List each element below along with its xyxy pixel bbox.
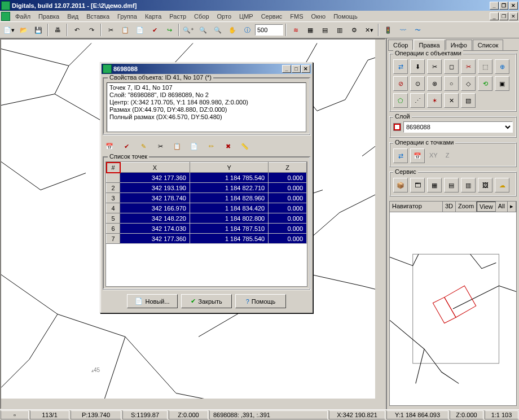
op-cross-icon[interactable]: ✕ <box>444 93 459 108</box>
redo-action-icon[interactable]: ↪ <box>162 23 176 37</box>
menu-ortho[interactable]: Орто <box>213 12 235 21</box>
op-poly-icon[interactable]: ⬠ <box>393 93 408 108</box>
svc-cloud-icon[interactable]: ☁ <box>495 178 509 193</box>
svc-package-icon[interactable]: 📦 <box>393 178 408 193</box>
op-rotate-icon[interactable]: ⟲ <box>478 76 492 91</box>
svc-window-icon[interactable]: 🗔 <box>410 178 425 193</box>
props-text[interactable]: Точек 7, ID 41, No 107 Слой: "8698088", … <box>107 82 306 132</box>
paste-icon[interactable]: 📄 <box>133 23 147 37</box>
col-z[interactable]: Z <box>269 163 307 173</box>
op-square-icon[interactable]: ◻ <box>444 59 459 74</box>
menu-edit[interactable]: Правка <box>34 12 63 21</box>
op-select-icon[interactable]: ⬚ <box>478 59 492 74</box>
table-row[interactable]: 4342 166.9701 184 834.4200.000 <box>107 203 307 213</box>
zoom-input[interactable] <box>255 24 283 36</box>
palette-icon[interactable]: ▥ <box>333 23 346 37</box>
op-nocircle-icon[interactable]: ⊘ <box>393 76 408 91</box>
mdi-close-button[interactable]: ✕ <box>509 12 518 20</box>
dlg-scissors-icon[interactable]: ✂ <box>153 139 167 153</box>
zoom-out-icon[interactable]: 🔍 <box>211 23 225 37</box>
dlg-paste-icon[interactable]: 📄 <box>187 139 201 153</box>
menu-map[interactable]: Карта <box>141 12 165 21</box>
col-y[interactable]: Y <box>190 163 268 173</box>
print-icon[interactable]: 🖶 <box>51 23 64 37</box>
table-row[interactable]: 2342 193.1901 184 822.7100.000 <box>107 183 307 193</box>
maximize-button[interactable]: ❐ <box>499 2 508 10</box>
points-grid[interactable]: # X Y Z 342 177.3601 184 785.5400.000234… <box>105 161 307 287</box>
tab-list[interactable]: Список <box>473 40 504 50</box>
object-dialog[interactable]: 8698088 _ □ ✕ Свойства объекта: ID 41, N… <box>100 62 313 313</box>
undo-icon[interactable]: ↶ <box>70 23 83 37</box>
dlg-pencil-icon[interactable]: ✎ <box>137 139 150 153</box>
canvas-vscrollbar[interactable] <box>375 40 385 399</box>
table-row[interactable]: 3342 178.7401 184 828.9600.000 <box>107 193 307 203</box>
style-icon[interactable]: ▤ <box>318 23 332 37</box>
check-icon[interactable]: ✔ <box>148 23 161 37</box>
menu-window[interactable]: Окно <box>307 12 330 21</box>
nav-tab-zoom[interactable]: Zoom <box>456 202 477 212</box>
tab-edit[interactable]: Правка <box>414 40 445 51</box>
traffic-icon[interactable]: 🚦 <box>381 23 395 37</box>
menu-service[interactable]: Сервис <box>257 12 287 21</box>
dialog-maximize-button[interactable]: □ <box>292 65 301 73</box>
dialog-minimize-button[interactable]: _ <box>282 65 291 73</box>
menu-dem[interactable]: ЦМР <box>235 12 257 21</box>
menu-view[interactable]: Вид <box>63 12 82 21</box>
dlg-tape-icon[interactable]: 📏 <box>238 139 252 153</box>
nav-tab-3d[interactable]: 3D <box>443 202 456 212</box>
dlg-check-icon[interactable]: ✔ <box>120 139 133 153</box>
op-intersect-icon[interactable]: ⊗ <box>427 76 442 91</box>
menu-file[interactable]: Файл <box>11 12 34 21</box>
op-scissors-icon[interactable]: ✂ <box>427 59 442 74</box>
curve-icon[interactable]: 〜 <box>411 23 424 37</box>
op-cut-icon[interactable]: ✂ <box>461 59 476 74</box>
menu-raster[interactable]: Растр <box>165 12 190 21</box>
canvas-hscrollbar[interactable] <box>1 399 375 408</box>
op-circle-icon[interactable]: ○ <box>444 76 459 91</box>
zoom-in-icon[interactable]: 🔍 <box>196 23 210 37</box>
mdi-restore-button[interactable]: ❐ <box>499 12 508 20</box>
pan-icon[interactable]: ✋ <box>226 23 239 37</box>
info-icon[interactable]: ⓘ <box>240 23 254 37</box>
close-button[interactable]: ✕ <box>509 2 518 10</box>
navigator-canvas[interactable] <box>390 212 516 405</box>
op-hatch-icon[interactable]: ⋰ <box>410 93 425 108</box>
delete-dropdown-icon[interactable]: ✕▾ <box>362 23 376 37</box>
menu-group[interactable]: Группа <box>113 12 141 21</box>
new-button[interactable]: 📄Новый... <box>127 294 178 308</box>
svc-colors-icon[interactable]: ▦ <box>427 178 442 193</box>
op-compass-icon[interactable]: ⊕ <box>495 59 509 74</box>
pt-calendar-icon[interactable]: 📅 <box>410 148 425 163</box>
nav-tab-all[interactable]: All <box>496 202 508 212</box>
col-x[interactable]: X <box>120 163 190 173</box>
op-star-icon[interactable]: ✶ <box>427 93 442 108</box>
layer-select[interactable]: 8698088 <box>403 121 513 133</box>
op-stripes-icon[interactable]: ▧ <box>461 93 476 108</box>
menu-insert[interactable]: Вставка <box>82 12 113 21</box>
zoom-extents-icon[interactable]: 🔍⁺ <box>182 23 195 37</box>
cut-icon[interactable]: ✂ <box>104 23 117 37</box>
nav-expand-icon[interactable]: ▸ <box>508 202 516 212</box>
copy-icon[interactable]: 📋 <box>118 23 132 37</box>
save-icon[interactable]: 💾 <box>32 23 45 37</box>
dlg-delete-icon[interactable]: ✖ <box>221 139 235 153</box>
op-box-icon[interactable]: ▣ <box>495 76 509 91</box>
open-file-icon[interactable]: 📂 <box>17 23 30 37</box>
dialog-close-button[interactable]: ✕ <box>301 65 310 73</box>
op-union-icon[interactable]: ⊙ <box>410 76 425 91</box>
svc-image-icon[interactable]: 🖼 <box>478 178 492 193</box>
menu-collect[interactable]: Сбор <box>190 12 213 21</box>
menu-help[interactable]: Помощь <box>329 12 362 21</box>
op-down-icon[interactable]: ⬇ <box>410 59 425 74</box>
dlg-copy-icon[interactable]: 📋 <box>170 139 184 153</box>
menu-fms[interactable]: FMS <box>286 12 307 21</box>
op-diamond-icon[interactable]: ◇ <box>461 76 476 91</box>
svc-grid1-icon[interactable]: ▤ <box>444 178 459 193</box>
svc-grid2-icon[interactable]: ▥ <box>461 178 476 193</box>
dlg-calendar-icon[interactable]: 📅 <box>103 139 116 153</box>
layers-icon[interactable]: ≋ <box>289 23 302 37</box>
grid-icon[interactable]: ▦ <box>304 23 317 37</box>
close-dialog-button[interactable]: ✔Закрыть <box>181 294 232 308</box>
pt-swap-icon[interactable]: ⇄ <box>393 148 408 163</box>
op-swap-icon[interactable]: ⇄ <box>393 59 408 74</box>
